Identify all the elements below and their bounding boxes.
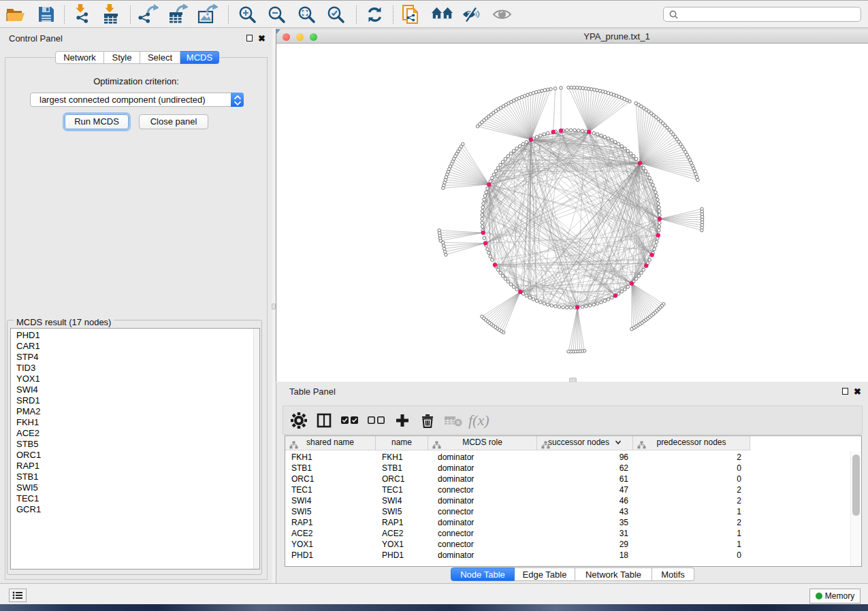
svg-text:f(x): f(x) [468,412,489,429]
